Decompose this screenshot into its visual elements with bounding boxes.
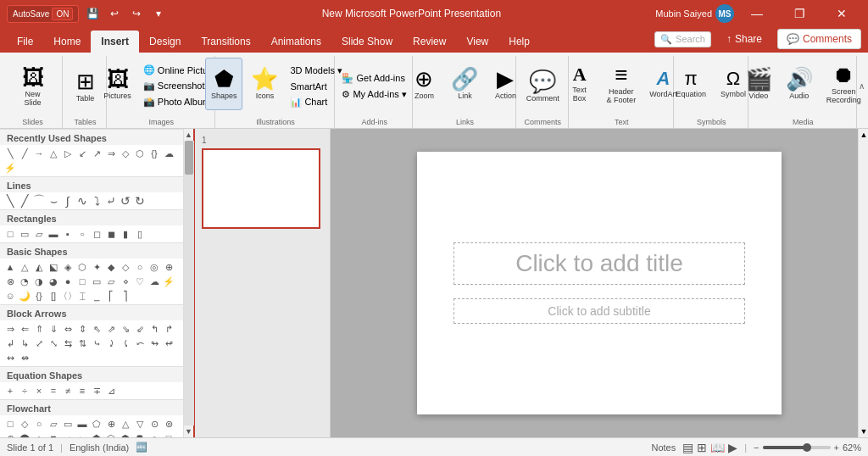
shape-item[interactable]: ▭ <box>90 275 103 288</box>
shape-item[interactable]: ⬕ <box>47 260 60 274</box>
shape-item[interactable]: ╱ <box>18 194 31 208</box>
shape-item[interactable]: □ <box>3 227 17 241</box>
shape-item[interactable]: ⇑ <box>32 322 46 336</box>
shape-item[interactable]: ⬡ <box>133 147 147 160</box>
comment-button[interactable]: 💬 Comment <box>521 60 565 113</box>
shape-item[interactable]: ⤡ <box>47 336 60 350</box>
shape-item[interactable]: ▱ <box>47 417 60 431</box>
slideshow-view-button[interactable]: ▶ <box>728 441 737 454</box>
restore-button[interactable]: ❐ <box>780 0 819 27</box>
slide-title-text[interactable]: Click to add title <box>461 250 737 277</box>
shape-item[interactable]: ▮ <box>119 227 132 241</box>
shape-item[interactable]: ⇆ <box>61 336 75 350</box>
shape-item[interactable]: ∓ <box>90 384 103 398</box>
pictures-button[interactable]: 🖼 Pictures <box>98 58 136 110</box>
tab-file[interactable]: File <box>7 31 43 53</box>
shape-item[interactable]: ▲ <box>3 260 17 274</box>
shape-item[interactable]: ⬢ <box>119 431 132 437</box>
shape-item[interactable]: ⊕ <box>162 260 175 274</box>
audio-button[interactable]: 🔊 Audio <box>781 58 818 110</box>
notes-button[interactable]: Notes <box>651 442 676 453</box>
tab-view[interactable]: View <box>456 31 498 53</box>
video-button[interactable]: 🎬 Video <box>740 58 777 110</box>
shapes-button[interactable]: ⬟ Shapes <box>205 58 243 110</box>
shape-item[interactable]: △ <box>18 260 31 274</box>
icons-button[interactable]: ⭐ Icons <box>246 58 283 110</box>
close-button[interactable]: ✕ <box>822 0 861 27</box>
shape-item[interactable]: + <box>3 384 17 398</box>
shape-item[interactable]: ↮ <box>18 351 31 364</box>
scroll-up-button[interactable]: ▲ <box>184 129 194 141</box>
tab-design[interactable]: Design <box>139 31 191 53</box>
shape-item[interactable]: ⌣ <box>47 194 60 208</box>
shape-item[interactable]: ☺ <box>3 289 17 303</box>
shape-item[interactable]: 🌙 <box>18 289 31 303</box>
shape-item[interactable]: ● <box>61 275 75 288</box>
tab-help[interactable]: Help <box>498 31 540 53</box>
shape-item[interactable]: ↲ <box>3 336 17 350</box>
shape-item[interactable]: ∿ <box>75 194 89 208</box>
shape-item[interactable]: ▸ <box>75 431 89 437</box>
shape-item[interactable]: ▬ <box>75 417 89 431</box>
shape-item[interactable]: △ <box>47 147 60 160</box>
shape-item[interactable]: ◇ <box>18 417 31 431</box>
shape-item[interactable]: ◎ <box>147 260 161 274</box>
new-slide-button[interactable]: 🖼 NewSlide <box>14 60 52 113</box>
shape-item[interactable]: ▪ <box>61 227 75 241</box>
tab-insert[interactable]: Insert <box>91 31 139 53</box>
shape-item[interactable]: ○ <box>147 431 161 437</box>
shape-item[interactable]: ÷ <box>18 384 31 398</box>
shape-item[interactable]: ◕ <box>47 275 60 288</box>
shape-item[interactable]: ⬤ <box>18 431 31 437</box>
shape-item[interactable]: ◑ <box>32 275 46 288</box>
zoom-out-button[interactable]: − <box>754 442 759 453</box>
text-box-button[interactable]: A TextBox <box>561 58 598 110</box>
shape-item[interactable]: ≡ <box>75 384 89 398</box>
shape-item[interactable]: ⎯ <box>90 289 103 303</box>
shape-item[interactable]: ⤸ <box>104 336 118 350</box>
shape-item[interactable]: ⊙ <box>147 417 161 431</box>
slide-sorter-button[interactable]: ⊞ <box>697 441 707 454</box>
shape-item[interactable]: ◔ <box>18 275 31 288</box>
shape-item[interactable]: ↰ <box>147 322 161 336</box>
shape-item[interactable]: ◈ <box>61 260 75 274</box>
get-addins-button[interactable]: 🏪 Get Add-ins <box>338 71 409 86</box>
shape-item[interactable]: ╲ <box>3 194 17 208</box>
shape-item[interactable]: ☁ <box>147 275 161 288</box>
minimize-button[interactable]: — <box>737 0 776 27</box>
reading-view-button[interactable]: 📖 <box>710 441 725 454</box>
slide-title-placeholder[interactable]: Click to add title <box>453 242 745 285</box>
shape-item[interactable]: ⤵ <box>90 194 103 208</box>
shape-item[interactable]: ⇕ <box>75 322 89 336</box>
shape-item[interactable]: ⋄ <box>119 275 132 288</box>
shape-item[interactable]: ⇙ <box>133 322 147 336</box>
shape-item[interactable]: ⤷ <box>90 336 103 350</box>
shape-item[interactable]: ⬡ <box>75 260 89 274</box>
shape-item[interactable]: ☁ <box>162 147 175 160</box>
shape-item[interactable]: ◂ <box>61 431 75 437</box>
slide-thumbnail[interactable] <box>202 148 320 229</box>
canvas-scroll-up[interactable]: ▲ <box>859 129 868 141</box>
autosave-state[interactable]: ON <box>52 8 73 20</box>
shape-item[interactable]: → <box>32 147 46 160</box>
shape-item[interactable]: ▬ <box>47 227 60 241</box>
shape-item[interactable]: ▱ <box>104 275 118 288</box>
shape-item[interactable]: ♡ <box>133 275 147 288</box>
search-box[interactable]: 🔍 Search <box>654 31 711 47</box>
header-footer-button[interactable]: ≡ Header& Footer <box>602 58 642 110</box>
shape-item[interactable]: ▫ <box>75 227 89 241</box>
shape-item[interactable]: ▽ <box>133 417 147 431</box>
shape-item[interactable]: ⚡ <box>3 161 17 175</box>
shape-item[interactable]: ⤺ <box>133 336 147 350</box>
shape-item[interactable]: ▼ <box>47 431 60 437</box>
slide-canvas[interactable]: Click to add title Click to add subtitle <box>417 152 782 414</box>
shape-item[interactable]: ⊿ <box>104 384 118 398</box>
shape-item[interactable]: {} <box>147 147 161 160</box>
shape-item[interactable]: × <box>32 384 46 398</box>
shape-item[interactable]: ≠ <box>61 384 75 398</box>
shape-item[interactable]: ✦ <box>90 260 103 274</box>
undo-button[interactable]: ↩ <box>106 5 123 22</box>
shape-item[interactable]: ▱ <box>32 227 46 241</box>
shape-item[interactable]: ⊗ <box>3 275 17 288</box>
shape-item[interactable]: ⊕ <box>104 417 118 431</box>
